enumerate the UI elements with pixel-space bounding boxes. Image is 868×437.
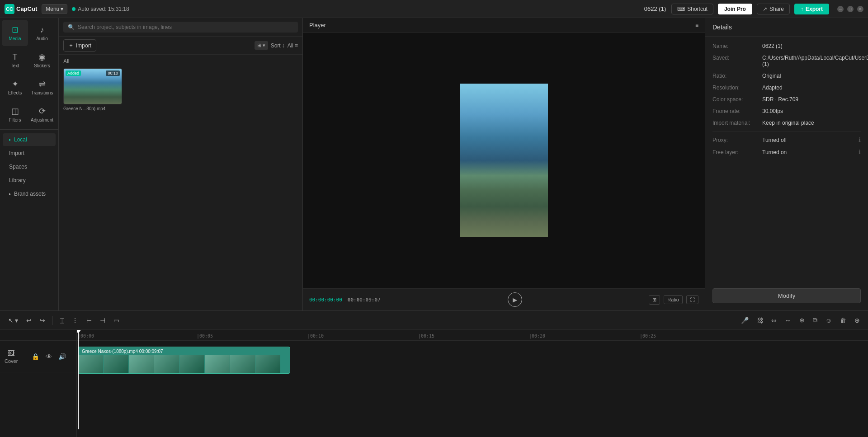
detail-row-resolution: Resolution: Adapted bbox=[712, 85, 861, 91]
import-button[interactable]: ＋ Import bbox=[63, 39, 96, 52]
sidebar-item-library[interactable]: Library bbox=[3, 174, 56, 187]
select-chevron-icon: ▾ bbox=[15, 317, 18, 324]
tl-video-clip[interactable]: Greece Naxos-(1080p).mp4 00:00:09:07 bbox=[78, 347, 290, 374]
detach-button[interactable]: ↔ bbox=[782, 315, 794, 326]
delete-button[interactable]: 🗑 bbox=[837, 315, 849, 326]
tl-icons-row: 🔒 👁 🔊 bbox=[26, 352, 72, 362]
detail-row-proxy: Proxy: Turned off ℹ bbox=[712, 136, 861, 143]
maximize-button[interactable]: □ bbox=[847, 6, 854, 12]
media-item[interactable]: Added 00:10 Greece N...80p).mp4 bbox=[63, 68, 122, 111]
detail-proxy-value: Turned off bbox=[762, 137, 859, 143]
tool-filters[interactable]: ◫ Filters bbox=[2, 101, 28, 127]
logo-icon: CC bbox=[5, 4, 14, 14]
search-input[interactable] bbox=[78, 24, 293, 30]
cursor-icon: ↖ bbox=[8, 317, 14, 324]
sort-button[interactable]: Sort ↕ bbox=[271, 42, 285, 49]
top-bar: CC CapCut Menu ▾ Auto saved: 15:31:18 06… bbox=[0, 0, 868, 18]
split-button[interactable]: ⌶ bbox=[57, 315, 66, 326]
close-button[interactable]: ✕ bbox=[857, 6, 863, 12]
tool-text[interactable]: T Text bbox=[2, 47, 28, 73]
share-button[interactable]: ↗ Share bbox=[757, 4, 790, 14]
trim-after-button[interactable]: ⊣ bbox=[97, 315, 108, 326]
local-arrow-icon: ▸ bbox=[9, 137, 11, 142]
zoom-in-button[interactable]: ⊕ bbox=[852, 315, 863, 326]
media-section-all-label: All bbox=[63, 58, 298, 65]
undo-button[interactable]: ↩ bbox=[24, 315, 34, 326]
fullscreen-button[interactable]: ⛶ bbox=[686, 295, 698, 304]
minimize-button[interactable]: ─ bbox=[837, 6, 844, 12]
sidebar-item-import[interactable]: Import bbox=[3, 147, 56, 160]
sidebar-item-spaces[interactable]: Spaces bbox=[3, 160, 56, 173]
tool-effects[interactable]: ✦ Effects bbox=[2, 74, 28, 100]
detail-row-ratio: Ratio: Original bbox=[712, 73, 861, 79]
tool-media[interactable]: ⊡ Media bbox=[2, 20, 28, 46]
tl-left-controls: 🖼 Cover 🔒 👁 🔊 bbox=[0, 330, 77, 437]
menu-button[interactable]: Menu ▾ bbox=[42, 4, 67, 14]
tl-audio-mute-icon[interactable]: 🔊 bbox=[57, 352, 67, 362]
tool-adjustment[interactable]: ⟳ Adjustment bbox=[29, 101, 55, 127]
trim-before-button[interactable]: ⊢ bbox=[84, 315, 94, 326]
project-title: 0622 (1) bbox=[644, 5, 666, 12]
sidebar-item-local[interactable]: ▸ Local bbox=[3, 133, 56, 146]
freeze-icon: ❄ bbox=[799, 317, 805, 324]
tl-lock-icon[interactable]: 🔒 bbox=[30, 352, 41, 362]
link-clips-button[interactable]: ⛓ bbox=[754, 315, 766, 326]
cover-button[interactable]: 🖼 Cover bbox=[5, 349, 18, 364]
share-icon: ↗ bbox=[763, 6, 767, 12]
tool-media-label: Media bbox=[9, 36, 21, 41]
tool-transitions[interactable]: ⇌ Transitions bbox=[29, 74, 55, 100]
top-bar-right: ⌨ Shortcut Join Pro ↗ Share ↑ Export ─ □… bbox=[671, 4, 863, 14]
modify-button[interactable]: Modify bbox=[712, 288, 861, 303]
menu-chevron-icon: ▾ bbox=[61, 6, 63, 12]
player-menu-icon[interactable]: ≡ bbox=[695, 22, 698, 28]
cover-area: 🖼 Cover bbox=[5, 349, 22, 364]
clip-size-button[interactable]: ▭ bbox=[111, 315, 122, 326]
player-video-inner bbox=[460, 84, 548, 237]
split-audio-icon: ⋮ bbox=[72, 317, 78, 324]
emoji-button[interactable]: ☺ bbox=[823, 315, 835, 326]
zoom-in-icon: ⊕ bbox=[854, 317, 860, 324]
tl-frame-0 bbox=[78, 355, 104, 373]
proxy-info-icon[interactable]: ℹ bbox=[859, 136, 861, 143]
adjustment-icon: ⟳ bbox=[39, 106, 46, 116]
media-added-badge: Added bbox=[66, 70, 81, 76]
brand-assets-arrow-icon: ▸ bbox=[9, 192, 11, 196]
detail-row-framerate: Frame rate: 30.00fps bbox=[712, 108, 861, 114]
play-button[interactable]: ▶ bbox=[508, 292, 522, 307]
tool-audio[interactable]: ♪ Audio bbox=[29, 20, 55, 46]
tool-text-label: Text bbox=[11, 63, 19, 68]
audio-link-button[interactable]: ⇔ bbox=[769, 315, 779, 326]
time-total: 00:00:09:07 bbox=[348, 297, 381, 303]
ratio-button[interactable]: Ratio bbox=[664, 295, 683, 304]
tool-stickers[interactable]: ◉ Stickers bbox=[29, 47, 55, 73]
tl-eye-icon[interactable]: 👁 bbox=[44, 352, 53, 362]
join-pro-button[interactable]: Join Pro bbox=[718, 4, 752, 14]
shortcut-button[interactable]: ⌨ Shortcut bbox=[671, 4, 713, 14]
split-audio-button[interactable]: ⋮ bbox=[69, 315, 81, 326]
search-bar: 🔍 bbox=[59, 18, 302, 37]
tl-frame-4 bbox=[179, 355, 205, 373]
select-tool-button[interactable]: ↖ ▾ bbox=[5, 315, 21, 326]
grid-view-button[interactable]: ⊞ ▾ bbox=[255, 41, 268, 50]
search-icon: 🔍 bbox=[68, 24, 75, 30]
tl-frame-1 bbox=[104, 355, 129, 373]
filter-button[interactable]: All ≡ bbox=[288, 42, 298, 49]
audio-link-icon: ⇔ bbox=[771, 317, 777, 324]
detail-proxy-label: Proxy: bbox=[712, 137, 762, 143]
tl-clip-label: Greece Naxos-(1080p).mp4 00:00:09:07 bbox=[82, 349, 163, 354]
detail-import-value: Keep in original place bbox=[762, 120, 861, 126]
copy-icon: ⧉ bbox=[813, 316, 817, 324]
tl-main: |00:00 |00:05 |00:10 |00:15 |00:20 |00:2… bbox=[77, 330, 868, 437]
filters-icon: ◫ bbox=[11, 106, 19, 116]
detail-name-value: 0622 (1) bbox=[762, 43, 861, 49]
sidebar-item-brand-assets[interactable]: ▸ Brand assets bbox=[3, 188, 56, 200]
microphone-button[interactable]: 🎤 bbox=[738, 315, 751, 326]
media-grid: Added 00:10 Greece N...80p).mp4 bbox=[63, 68, 298, 111]
freeze-frame-button[interactable]: ❄ bbox=[797, 315, 807, 326]
export-button[interactable]: ↑ Export bbox=[794, 4, 829, 14]
redo-button[interactable]: ↪ bbox=[37, 315, 48, 326]
trim-before-icon: ⊢ bbox=[86, 317, 92, 324]
screenshot-button[interactable]: ⊞ bbox=[649, 295, 660, 305]
freelayer-info-icon[interactable]: ℹ bbox=[859, 149, 861, 155]
copy-button[interactable]: ⧉ bbox=[810, 315, 820, 326]
